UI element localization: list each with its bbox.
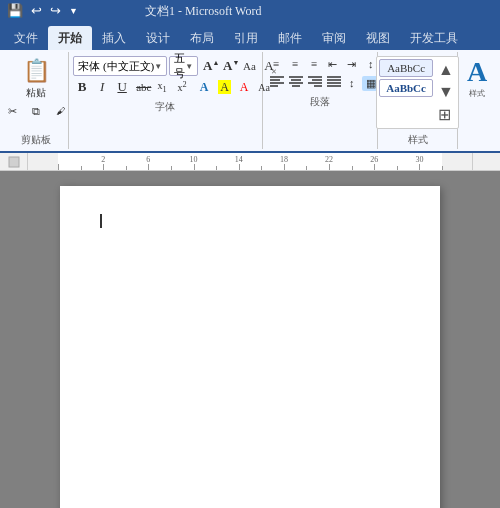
- title-bar: 💾 ↩ ↪ ▼ 文档1 - Microsoft Word: [0, 0, 500, 22]
- tab-review[interactable]: 审阅: [312, 26, 356, 50]
- tab-design[interactable]: 设计: [136, 26, 180, 50]
- align-left-button[interactable]: [267, 74, 285, 92]
- ruler-tick: [306, 166, 307, 170]
- tab-mailings[interactable]: 邮件: [268, 26, 312, 50]
- font-grow-button[interactable]: A▲: [200, 57, 218, 75]
- ruler-right-margin: [472, 153, 500, 170]
- format-painter-button[interactable]: 🖌: [49, 103, 71, 119]
- paste-label: 粘贴: [26, 86, 46, 100]
- tab-home[interactable]: 开始: [48, 26, 92, 50]
- tab-references[interactable]: 引用: [224, 26, 268, 50]
- ruler-label: 30: [415, 155, 423, 164]
- font-color-icon: A: [240, 80, 249, 94]
- ruler-label: 10: [190, 155, 198, 164]
- ruler-tick: [352, 166, 353, 170]
- ribbon-group-styles: AaBbCc AaBbCc ▲ ▼ ⊞ 样式: [378, 52, 458, 149]
- ruler-tick: [442, 166, 443, 170]
- text-cursor: [100, 214, 102, 228]
- align-right-button[interactable]: [305, 74, 323, 92]
- ribbon-group-font: 宋体 (中文正文) ▼ 五号 ▼ A▲ A▼ Aa A ✕ B I U: [69, 52, 263, 149]
- ribbon-group-paragraph: ≡ ≡ ≡ ⇤ ⇥ ↕ ¶: [263, 52, 378, 149]
- ribbon-tabs: 文件 开始 插入 设计 布局 引用 邮件 审阅 视图 开发工具: [0, 22, 500, 50]
- ruler-tick: [58, 164, 59, 170]
- tab-view[interactable]: 视图: [356, 26, 400, 50]
- font-color-button[interactable]: A: [235, 79, 253, 96]
- editing-label: 样式: [469, 88, 485, 99]
- ruler-tick: [126, 166, 127, 170]
- font-name-selector[interactable]: 宋体 (中文正文) ▼: [73, 56, 167, 76]
- align-center-button[interactable]: [286, 74, 304, 92]
- document-area[interactable]: [0, 171, 500, 508]
- quick-access-toolbar: 💾 ↩ ↪ ▼: [0, 0, 85, 23]
- tab-file[interactable]: 文件: [4, 26, 48, 50]
- paragraph-group-label: 段落: [310, 95, 330, 109]
- ruler-label: 14: [235, 155, 243, 164]
- highlight-button[interactable]: A: [215, 79, 233, 96]
- ruler-label: 22: [325, 155, 333, 164]
- ruler-inner: 26101418222630: [58, 153, 442, 170]
- ruler-tick: [194, 164, 195, 170]
- ruler-tick: [81, 166, 82, 170]
- ruler-tick: [103, 164, 104, 170]
- clear-format-button[interactable]: A ✕: [260, 57, 278, 75]
- number-list-button[interactable]: ≡: [286, 57, 304, 71]
- svg-rect-16: [9, 157, 19, 167]
- justify-icon: [327, 75, 341, 87]
- styles-area: AaBbCc AaBbCc ▲ ▼ ⊞: [374, 54, 461, 131]
- style-heading1[interactable]: AaBbCc: [379, 79, 433, 97]
- ruler-tick: [148, 164, 149, 170]
- ruler: 26101418222630: [0, 153, 500, 171]
- align-right-icon: [308, 75, 322, 87]
- style-normal[interactable]: AaBbCc: [379, 59, 433, 77]
- font-size-selector[interactable]: 五号 ▼: [169, 56, 198, 76]
- customize-quick-access-button[interactable]: ▼: [66, 4, 81, 18]
- undo-button[interactable]: ↩: [28, 1, 45, 21]
- change-case-button[interactable]: Aa: [240, 59, 258, 73]
- font-name-dropdown-arrow: ▼: [154, 62, 162, 71]
- decrease-indent-button[interactable]: ⇤: [324, 57, 342, 72]
- ruler-tick: [284, 164, 285, 170]
- save-button[interactable]: 💾: [4, 1, 26, 21]
- ruler-tick: [419, 164, 420, 170]
- ruler-tick: [397, 166, 398, 170]
- styles-expand[interactable]: ⊞: [436, 103, 456, 126]
- strikethrough-button[interactable]: abc: [133, 80, 151, 94]
- styles-scroll-down[interactable]: ▼: [436, 81, 456, 103]
- font-shrink-button[interactable]: A▼: [220, 57, 238, 75]
- italic-button[interactable]: I: [93, 78, 111, 96]
- ribbon-group-editing: A 样式: [458, 52, 496, 149]
- font-size-dropdown-arrow: ▼: [185, 62, 193, 71]
- styles-scroll-up[interactable]: ▲: [436, 59, 456, 81]
- app-title: 文档1 - Microsoft Word: [145, 3, 261, 20]
- tab-insert[interactable]: 插入: [92, 26, 136, 50]
- font-group-label: 字体: [155, 100, 175, 114]
- ruler-tick: [216, 166, 217, 170]
- bold-button[interactable]: B: [73, 78, 91, 96]
- document-page[interactable]: [60, 186, 440, 508]
- line-spacing-button[interactable]: ↕: [343, 76, 361, 90]
- copy-button[interactable]: ⧉: [25, 103, 47, 119]
- align-left-icon: [270, 75, 284, 87]
- redo-button[interactable]: ↪: [47, 1, 64, 21]
- ruler-label: 2: [101, 155, 105, 164]
- ruler-tick: [171, 166, 172, 170]
- subscript-button[interactable]: x1: [153, 79, 171, 95]
- increase-indent-button[interactable]: ⇥: [343, 57, 361, 72]
- text-effect-button[interactable]: A: [195, 79, 213, 96]
- ribbon-content: 📋 粘贴 ✂ ⧉ 🖌 剪贴板 宋体 (中文正文) ▼ 五号: [0, 50, 500, 153]
- ruler-label: 18: [280, 155, 288, 164]
- multilevel-list-button[interactable]: ≡: [305, 57, 323, 71]
- ruler-tick: [329, 164, 330, 170]
- underline-button[interactable]: U: [113, 78, 131, 96]
- ruler-tick: [261, 166, 262, 170]
- styles-group-label: 样式: [408, 133, 428, 147]
- ruler-label: 6: [146, 155, 150, 164]
- superscript-button[interactable]: x2: [173, 79, 191, 94]
- cut-button[interactable]: ✂: [1, 103, 23, 119]
- ruler-label: 26: [370, 155, 378, 164]
- paste-button[interactable]: 📋 粘贴: [19, 56, 54, 102]
- tab-developer[interactable]: 开发工具: [400, 26, 468, 50]
- highlight-icon: A: [218, 80, 231, 94]
- tab-layout[interactable]: 布局: [180, 26, 224, 50]
- justify-button[interactable]: [324, 74, 342, 92]
